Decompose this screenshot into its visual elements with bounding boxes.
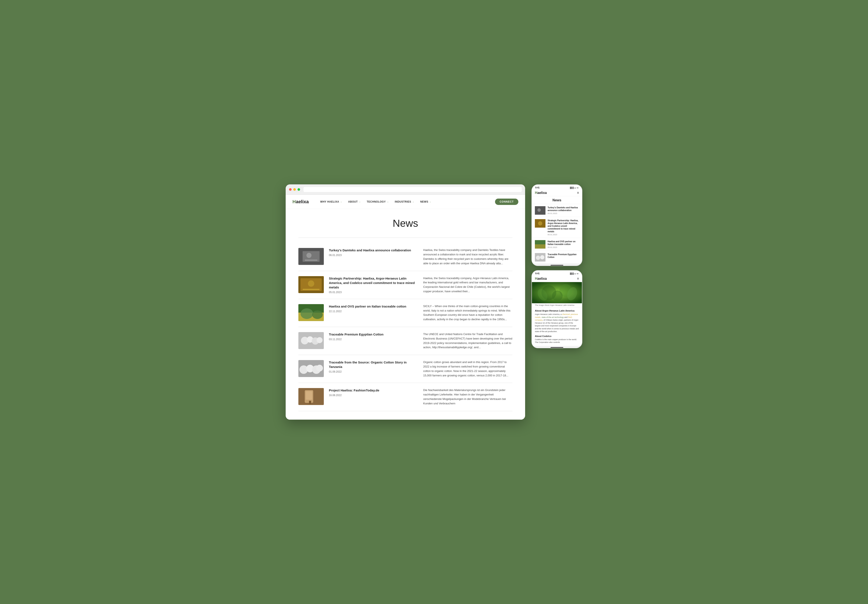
news-thumb-3 bbox=[298, 304, 324, 321]
nav-industries-arrow: → bbox=[412, 201, 414, 203]
mobile-news-item-2[interactable]: Strategic Partnership: Haelixa, Argor-He… bbox=[532, 217, 582, 238]
mobile-logo-rest-1: aelixa bbox=[538, 191, 547, 195]
svg-point-33 bbox=[536, 256, 540, 260]
outer-wrapper: Haelixa WHY HAELIXA → ABOUT → TECHNOLOGY… bbox=[286, 184, 582, 420]
mobile-time-2: 9:41 bbox=[535, 273, 539, 275]
mobile-article-image bbox=[532, 282, 582, 303]
signal-icon-2: ▐▐▐ bbox=[569, 273, 574, 275]
news-left-2: Strategic Partnership: Haelixa, Argor-He… bbox=[329, 276, 418, 294]
connect-button[interactable]: CONNECT bbox=[495, 198, 518, 205]
mobile-device-1: 9:41 ▐▐▐ ▲ ▭ Haelixa ≡ News bbox=[532, 184, 582, 266]
news-thumb-2 bbox=[298, 276, 324, 293]
news-date-6: 16.08.2022 bbox=[329, 394, 418, 397]
mobile-news-content-1: Turkey's Damteks and Haelixa announce co… bbox=[547, 206, 579, 214]
svg-point-21 bbox=[316, 365, 323, 372]
mobile-status-icons-1: ▐▐▐ ▲ ▭ bbox=[569, 187, 578, 189]
news-item-6[interactable]: Project Haelixa: FashionToday.de 16.08.2… bbox=[298, 383, 512, 411]
news-thumb-5 bbox=[298, 360, 324, 377]
battery-icon-2: ▭ bbox=[577, 273, 578, 275]
news-excerpt-1: Haelixa, the Swiss traceability company … bbox=[423, 248, 512, 266]
browser-dot-green[interactable] bbox=[298, 188, 300, 191]
mobile-news-headline-1: Turkey's Damteks and Haelixa announce co… bbox=[547, 206, 579, 212]
news-left-3: Haelixa and OVS partner on Italian trace… bbox=[329, 304, 418, 313]
news-excerpt-5: Organic cotton grows abundant and well i… bbox=[423, 360, 512, 378]
logo-rest: aelixa bbox=[296, 199, 309, 204]
svg-rect-24 bbox=[306, 391, 312, 400]
news-date-1: 06.01.2023 bbox=[329, 254, 418, 257]
browser-dot-red[interactable] bbox=[289, 188, 291, 191]
mobile-thumb-2 bbox=[535, 219, 546, 228]
wifi-icon-2: ▲ bbox=[574, 273, 576, 275]
news-headline-2: Strategic Partnership: Haelixa, Argor-He… bbox=[329, 276, 418, 290]
nav-technology-arrow: → bbox=[386, 201, 389, 203]
news-left-1: Turkey's Damteks and Haelixa announce co… bbox=[329, 248, 418, 257]
news-item-2[interactable]: Strategic Partnership: Haelixa, Argor-He… bbox=[298, 271, 512, 299]
mobile-logo-2: Haelixa bbox=[535, 277, 547, 280]
mobile-thumb-1 bbox=[535, 206, 546, 215]
news-date-3: 22.11.2022 bbox=[329, 310, 418, 313]
mobile-statusbar-2: 9:41 ▐▐▐ ▲ ▭ bbox=[532, 271, 582, 276]
svg-rect-3 bbox=[305, 260, 318, 261]
mobile-news-content-4: Traceable Premium Egyptian Cotton bbox=[547, 253, 579, 259]
mobile-logo-1: Haelixa bbox=[535, 191, 547, 195]
svg-point-34 bbox=[540, 255, 544, 259]
browser-chrome bbox=[286, 184, 525, 195]
svg-point-11 bbox=[312, 310, 323, 319]
svg-rect-31 bbox=[535, 244, 546, 249]
svg-point-6 bbox=[308, 280, 314, 287]
nav-about-arrow: → bbox=[358, 201, 361, 203]
news-headline-1: Turkey's Damteks and Haelixa announce co… bbox=[329, 248, 418, 252]
highlight-state: state-of-the-art technology bbox=[542, 316, 564, 318]
mobile-news-content-2: Strategic Partnership: Haelixa, Argor-He… bbox=[547, 219, 579, 236]
news-list: Turkey's Damteks and Haelixa announce co… bbox=[298, 243, 512, 411]
svg-point-29 bbox=[538, 221, 542, 226]
news-excerpt-3: SICILY – When one thinks of the main cot… bbox=[423, 304, 512, 322]
mobile-news-content-3: Haelixa and OVS partner on Italian trace… bbox=[547, 240, 579, 248]
hamburger-icon-1[interactable]: ≡ bbox=[577, 191, 579, 195]
main-content: News Turkey's Damteks and Haelixa a bbox=[286, 209, 525, 420]
mobile-time-1: 9:41 bbox=[535, 186, 539, 189]
news-date-4: 03.11.2022 bbox=[329, 338, 418, 341]
browser-url-bar[interactable] bbox=[304, 187, 522, 192]
mobile-section2-text: Codelco is the main copper producer in t… bbox=[535, 338, 579, 344]
mobile-section1-text: Argor-Heraeus Latin America, a chemical,… bbox=[535, 313, 579, 333]
news-headline-5: Traceable from the Source: Organic Cotto… bbox=[329, 360, 418, 369]
mobile-news-item-4[interactable]: Traceable Premium Egyptian Cotton bbox=[532, 251, 582, 264]
news-item-4[interactable]: Traceable Premium Egyptian Cotton 03.11.… bbox=[298, 327, 512, 355]
svg-point-38 bbox=[552, 291, 563, 301]
site-logo[interactable]: Haelixa bbox=[293, 199, 309, 204]
nav-links: WHY HAELIXA → ABOUT → TECHNOLOGY → INDUS… bbox=[317, 199, 495, 204]
news-thumb-1 bbox=[298, 248, 324, 265]
svg-rect-25 bbox=[309, 401, 311, 404]
mobile-nav-2: Haelixa ≡ bbox=[532, 276, 582, 282]
news-date-2: 05.01.2023 bbox=[329, 291, 418, 294]
signal-icon: ▐▐▐ bbox=[569, 187, 574, 189]
mobile-screens: 9:41 ▐▐▐ ▲ ▭ Haelixa ≡ News bbox=[532, 184, 582, 348]
news-headline-4: Traceable Premium Egyptian Cotton bbox=[329, 332, 418, 336]
home-indicator-2 bbox=[550, 347, 563, 348]
svg-point-2 bbox=[307, 253, 312, 258]
mobile-status-icons-2: ▐▐▐ ▲ ▭ bbox=[569, 273, 578, 275]
mobile-section2-title: About Codelco bbox=[535, 335, 579, 338]
wifi-icon: ▲ bbox=[574, 187, 576, 189]
mobile-news-item-3[interactable]: Haelixa and OVS partner on Italian trace… bbox=[532, 238, 582, 251]
nav-technology[interactable]: TECHNOLOGY → bbox=[364, 199, 392, 204]
mobile-thumb-4 bbox=[535, 253, 546, 262]
nav-about[interactable]: ABOUT → bbox=[345, 199, 364, 204]
nav-why-haelixa[interactable]: WHY HAELIXA → bbox=[317, 199, 345, 204]
hamburger-icon-2[interactable]: ≡ bbox=[577, 277, 579, 280]
mobile-thumb-3 bbox=[535, 240, 546, 249]
mobile-page-title-1: News bbox=[532, 196, 582, 204]
nav-industries[interactable]: INDUSTRIES → bbox=[392, 199, 417, 204]
highlight-chemical: chemical, bbox=[562, 313, 570, 315]
mobile-news-date-3: 05.01.2023 bbox=[547, 246, 579, 248]
news-item-5[interactable]: Traceable from the Source: Organic Cotto… bbox=[298, 355, 512, 383]
news-item-1[interactable]: Turkey's Damteks and Haelixa announce co… bbox=[298, 243, 512, 271]
mobile-section1-title: About Argor-Heraeus Latin America bbox=[535, 310, 579, 312]
news-item-3[interactable]: Haelixa and OVS partner on Italian trace… bbox=[298, 299, 512, 327]
news-headline-6: Project Haelixa: FashionToday.de bbox=[329, 388, 418, 392]
mobile-news-item-1[interactable]: Turkey's Damteks and Haelixa announce co… bbox=[532, 204, 582, 217]
nav-news[interactable]: NEWS → bbox=[417, 199, 434, 204]
news-left-5: Traceable from the Source: Organic Cotto… bbox=[329, 360, 418, 373]
browser-dot-yellow[interactable] bbox=[293, 188, 296, 191]
